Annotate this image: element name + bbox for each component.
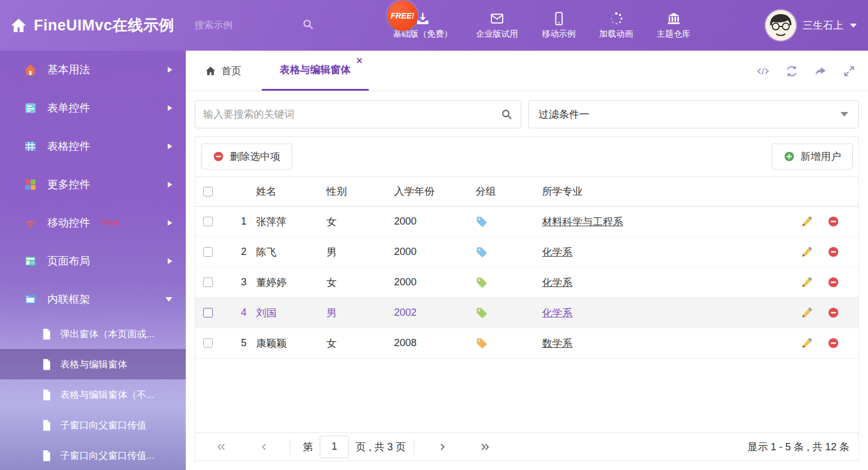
column-header-name[interactable]: 姓名: [256, 185, 326, 198]
pagination-bar: 第 页 , 共 3 页 显示 1 - 5 条 , 共 12 条: [195, 432, 858, 460]
edit-row-icon[interactable]: [801, 276, 813, 288]
header-nav-item[interactable]: 移动示例: [542, 11, 576, 39]
chevron-down-icon: [840, 112, 848, 117]
sidebar-subitem[interactable]: 子窗口向父窗口传值: [0, 410, 186, 440]
refresh-icon[interactable]: [785, 65, 798, 78]
table-row[interactable]: 1 张萍萍 女 2000 材料科学与工程系: [195, 207, 858, 237]
user-menu[interactable]: 三生石上: [766, 10, 857, 41]
cell-gender: 女: [326, 337, 394, 350]
delete-row-icon[interactable]: [827, 307, 839, 319]
signal-icon: [24, 216, 37, 230]
open-new-window-icon[interactable]: [814, 65, 827, 78]
search-icon[interactable]: [302, 18, 314, 33]
table-header: 姓名 性别 入学年份 分组 所学专业: [195, 176, 858, 207]
row-checkbox[interactable]: [203, 247, 213, 257]
add-user-button[interactable]: 新增用户: [772, 144, 853, 169]
row-number: 1: [231, 216, 256, 227]
table-row[interactable]: 5 康颖颖 女 2008 数学系: [195, 328, 858, 359]
tab-home[interactable]: 首页: [194, 51, 253, 91]
search-icon[interactable]: [500, 108, 513, 120]
table-row[interactable]: 4 刘国 男 2002 化学系: [195, 298, 858, 328]
chevron-right-icon: [168, 67, 172, 73]
table-row[interactable]: 2 陈飞 男 2000 化学系: [195, 237, 858, 267]
record-count-summary: 显示 1 - 5 条 , 共 12 条: [748, 440, 849, 454]
sidebar-item[interactable]: 更多控件: [0, 165, 186, 204]
sidebar-subitem[interactable]: 表格与编辑窗体（不...: [0, 379, 186, 410]
cell-year: 2008: [394, 337, 476, 349]
row-checkbox[interactable]: [203, 277, 213, 287]
row-number: 2: [231, 246, 256, 258]
sidebar-subitem[interactable]: 弹出窗体（本页面或...: [0, 319, 186, 349]
sidebar-item[interactable]: 表格控件: [0, 127, 186, 165]
tag-icon: [476, 216, 542, 227]
row-checkbox[interactable]: [203, 217, 213, 226]
user-name: 三生石上: [803, 19, 843, 32]
delete-row-icon[interactable]: [827, 337, 839, 349]
page-label-prefix: 第: [303, 440, 313, 454]
home-icon: [205, 65, 216, 77]
prev-page-button[interactable]: [258, 441, 270, 453]
brand[interactable]: FineUIMvc在线示例: [10, 15, 175, 35]
delete-row-icon[interactable]: [827, 216, 839, 227]
major-link[interactable]: 化学系: [542, 307, 572, 319]
close-icon[interactable]: [356, 57, 363, 64]
delete-row-icon[interactable]: [827, 246, 839, 258]
major-link[interactable]: 化学系: [542, 247, 572, 258]
fullscreen-icon[interactable]: [843, 65, 856, 78]
sidebar-menu: 基本用法 表单控件 表格控件 更多控件 移动控件 Corp. 页面布局 内联框架: [0, 51, 186, 319]
file-icon: [42, 359, 52, 370]
next-page-button[interactable]: [437, 441, 448, 453]
delete-selected-button[interactable]: 删除选中项: [201, 144, 292, 169]
row-checkbox[interactable]: [203, 338, 213, 348]
major-link[interactable]: 数学系: [542, 338, 572, 349]
major-link[interactable]: 化学系: [542, 277, 572, 288]
sidebar-item[interactable]: 页面布局: [0, 242, 186, 280]
edit-row-icon[interactable]: [801, 337, 813, 349]
sidebar-subitem[interactable]: 子窗口向父窗口传值...: [0, 440, 186, 470]
cell-name: 张萍萍: [256, 215, 326, 229]
header-nav-item[interactable]: 企业版试用: [476, 11, 518, 39]
corp-badge: Corp.: [101, 218, 119, 226]
grid-empty-space: [195, 359, 858, 432]
filter-row: 过滤条件一: [195, 100, 859, 128]
cell-name: 董婷婷: [256, 276, 326, 289]
cell-gender: 女: [326, 215, 394, 229]
page-number-input[interactable]: [320, 436, 349, 458]
edit-row-icon[interactable]: [801, 246, 813, 258]
frame-icon: [24, 293, 37, 306]
source-code-icon[interactable]: [757, 65, 769, 78]
delete-row-icon[interactable]: [827, 276, 839, 288]
filter-dropdown[interactable]: 过滤条件一: [528, 100, 859, 128]
file-icon: [42, 450, 52, 462]
file-icon: [42, 328, 52, 340]
header-nav-item[interactable]: 主题仓库: [657, 11, 691, 39]
cell-name: 康颖颖: [256, 337, 326, 350]
edit-row-icon[interactable]: [801, 307, 813, 319]
sidebar-item[interactable]: 内联框架: [0, 280, 186, 319]
cell-gender: 男: [326, 306, 394, 320]
column-header-major[interactable]: 所学专业: [542, 185, 797, 198]
table-row[interactable]: 3 董婷婷 女 2000 化学系: [195, 267, 858, 298]
column-header-group[interactable]: 分组: [476, 185, 542, 198]
top-search-input[interactable]: [195, 20, 296, 31]
row-checkbox[interactable]: [203, 308, 213, 317]
edit-row-icon[interactable]: [801, 216, 813, 227]
table-icon: [24, 140, 37, 153]
envelope-icon: [490, 11, 504, 26]
major-link[interactable]: 材料科学与工程系: [542, 216, 623, 227]
last-page-button[interactable]: [480, 441, 491, 453]
sidebar-item[interactable]: 移动控件 Corp.: [0, 204, 186, 242]
keyword-search-input[interactable]: [203, 109, 500, 120]
app-window: FineUIMvc在线示例 FREE! 基础版（免费） 企业版试用 移动示例 加…: [0, 0, 868, 470]
sidebar-item[interactable]: 基本用法: [0, 51, 186, 89]
minus-circle-icon: [213, 151, 224, 162]
column-header-year[interactable]: 入学年份: [394, 185, 476, 198]
sidebar-subitem[interactable]: 表格与编辑窗体: [0, 349, 186, 379]
tab-grid-edit-window[interactable]: 表格与编辑窗体: [262, 51, 369, 91]
column-header-gender[interactable]: 性别: [326, 185, 394, 198]
sidebar-item[interactable]: 表单控件: [0, 89, 186, 127]
first-page-button[interactable]: [216, 441, 227, 453]
header-nav-item[interactable]: 加载动画: [599, 11, 633, 39]
select-all-checkbox[interactable]: [203, 187, 213, 196]
app-title: FineUIMvc在线示例: [34, 15, 175, 35]
